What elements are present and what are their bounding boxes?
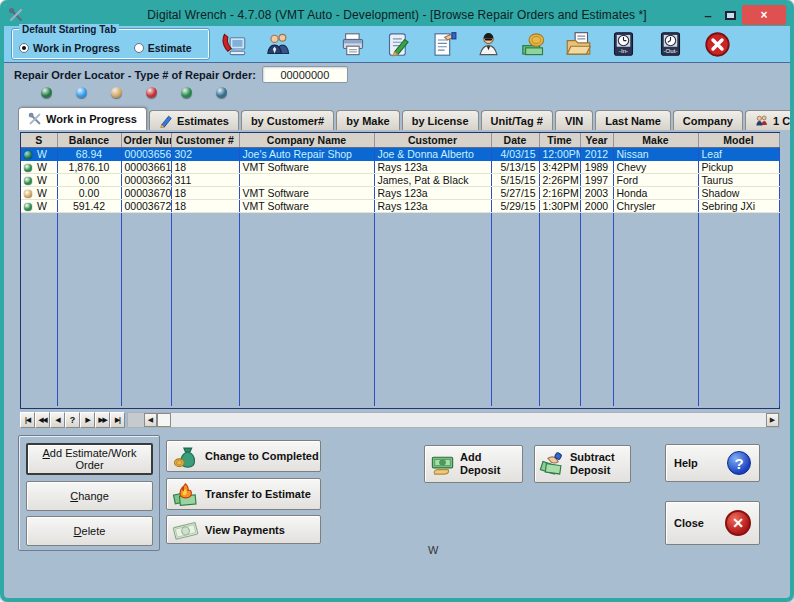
radio-work-in-progress[interactable]: Work in Progress — [19, 38, 120, 58]
transfer-to-estimate-button[interactable]: Transfer to Estimate — [166, 478, 321, 510]
view-payments-button[interactable]: View Payments — [166, 515, 321, 544]
column-header[interactable]: S — [21, 133, 57, 147]
wrench-icon — [28, 112, 42, 126]
payments-icon[interactable] — [519, 31, 547, 59]
write-estimate-icon[interactable] — [384, 31, 412, 59]
cell: 1,876.10 — [57, 160, 121, 173]
change-button[interactable]: Change — [26, 481, 153, 511]
cell-status: W — [21, 173, 57, 186]
nav-prior-page-button[interactable]: ◀◀ — [35, 412, 50, 428]
cell: 00003656 — [121, 147, 171, 160]
tab-by-make[interactable]: by Make — [336, 110, 399, 130]
table-row[interactable]: W0.0000003662311James, Pat & Black5/15/1… — [21, 173, 779, 186]
column-header[interactable]: Time — [539, 133, 580, 147]
tab-unit-tag[interactable]: Unit/Tag # — [481, 110, 553, 130]
tab-by-customer[interactable]: by Customer# — [241, 110, 334, 130]
status-dot[interactable] — [181, 87, 192, 98]
tab-label: 1 Customer History — [773, 115, 794, 127]
cell: 4/03/15 — [491, 147, 539, 160]
technician-icon[interactable] — [474, 31, 502, 59]
scrollbar-thumb[interactable] — [157, 413, 171, 427]
column-header[interactable]: Year — [580, 133, 613, 147]
tab-by-license[interactable]: by License — [402, 110, 479, 130]
horizontal-scrollbar[interactable]: ◀ ▶ — [127, 412, 780, 428]
status-dot[interactable] — [111, 87, 122, 98]
tab-work-in-progress[interactable]: Work in Progress — [18, 107, 147, 130]
column-header[interactable]: Date — [491, 133, 539, 147]
radio-estimate[interactable]: Estimate — [134, 38, 192, 58]
help-button[interactable]: Help ? — [665, 444, 760, 482]
add-deposit-button[interactable]: Add Deposit — [424, 445, 523, 483]
nav-first-button[interactable]: |◀ — [20, 412, 35, 428]
radio-label: Estimate — [148, 42, 192, 54]
tab-estimates[interactable]: Estimates — [149, 110, 239, 130]
customers-icon[interactable] — [264, 31, 292, 59]
cell: Rays 123a — [374, 186, 491, 199]
tab-customer-history[interactable]: 1 Customer History — [745, 110, 794, 130]
cell: 00003661 — [121, 160, 171, 173]
scrollbar-track[interactable] — [171, 413, 766, 427]
close-window-button[interactable]: × — [742, 5, 786, 25]
minimize-button[interactable]: – — [697, 8, 719, 23]
scroll-right-icon[interactable]: ▶ — [766, 413, 779, 427]
column-header[interactable]: Make — [613, 133, 698, 147]
delete-button[interactable]: Delete — [26, 516, 153, 546]
time-clock-out-icon[interactable]: -Out- — [656, 31, 684, 59]
table-row[interactable]: W68.9400003656302Joe's Auto Repair ShopJ… — [21, 147, 779, 160]
close-label: Close — [674, 517, 704, 529]
cell: Joe's Auto Repair Shop — [239, 147, 374, 160]
column-header[interactable]: Company Name — [239, 133, 374, 147]
burning-money-icon — [172, 481, 199, 508]
change-to-completed-button[interactable]: Change to Completed — [166, 440, 321, 472]
tab-vin[interactable]: VIN — [555, 110, 593, 130]
cell: 1997 — [580, 173, 613, 186]
cell: 1989 — [580, 160, 613, 173]
tab-label: by Customer# — [251, 115, 324, 127]
status-dot[interactable] — [41, 87, 52, 98]
status-dot[interactable] — [146, 87, 157, 98]
tab-last-name[interactable]: Last Name — [595, 110, 671, 130]
nav-prior-button[interactable]: ◀ — [50, 412, 65, 428]
nav-next-button[interactable]: ▶ — [80, 412, 95, 428]
status-dot[interactable] — [216, 87, 227, 98]
table-row[interactable]: W591.420000367218VMT SoftwareRays 123a5/… — [21, 199, 779, 212]
cell-status: W — [21, 199, 57, 212]
column-header[interactable]: Order Num — [121, 133, 171, 147]
column-header[interactable]: Balance — [57, 133, 121, 147]
nav-next-page-button[interactable]: ▶▶ — [95, 412, 110, 428]
cell: 2:16PM — [539, 186, 580, 199]
column-header[interactable]: Customer — [374, 133, 491, 147]
cell: 5/13/15 — [491, 160, 539, 173]
maximize-button[interactable] — [725, 11, 736, 20]
print-icon[interactable] — [339, 31, 367, 59]
cell: Honda — [613, 186, 698, 199]
add-estimate-work-order-button[interactable]: Add Estimate/Work Order — [26, 443, 153, 475]
invoice-icon[interactable] — [429, 31, 457, 59]
cell: Shadow — [698, 186, 779, 199]
pencil-icon — [159, 114, 173, 128]
status-dot[interactable] — [76, 87, 87, 98]
exit-icon[interactable] — [703, 31, 731, 59]
scroll-left-icon[interactable]: ◀ — [144, 413, 157, 427]
table-row[interactable]: W1,876.100000366118VMT SoftwareRays 123a… — [21, 160, 779, 173]
subtract-deposit-button[interactable]: Subtract Deposit — [534, 445, 631, 483]
tab-bar: Work in Progress Estimates by Customer# … — [18, 108, 784, 130]
cell: 5/29/15 — [491, 199, 539, 212]
grid-body: W68.9400003656302Joe's Auto Repair ShopJ… — [21, 147, 779, 406]
nav-help-button[interactable]: ? — [65, 412, 80, 428]
table-row[interactable]: W0.000000367018VMT SoftwareRays 123a5/27… — [21, 186, 779, 199]
repair-orders-grid: S Balance Order Num Customer # Company N… — [20, 132, 780, 409]
repair-order-locator-input[interactable] — [262, 66, 348, 83]
documents-icon[interactable] — [564, 31, 592, 59]
time-clock-in-icon[interactable]: -In- — [609, 31, 637, 59]
close-button[interactable]: Close ✕ — [665, 501, 760, 545]
subtract-deposit-icon — [539, 451, 566, 478]
tab-label: Work in Progress — [46, 113, 137, 125]
cell: Nissan — [613, 147, 698, 160]
cell-status: W — [21, 186, 57, 199]
phone-icon[interactable] — [219, 31, 247, 59]
tab-company[interactable]: Company — [673, 110, 743, 130]
column-header[interactable]: Model — [698, 133, 779, 147]
nav-last-button[interactable]: ▶| — [110, 412, 125, 428]
column-header[interactable]: Customer # — [171, 133, 239, 147]
